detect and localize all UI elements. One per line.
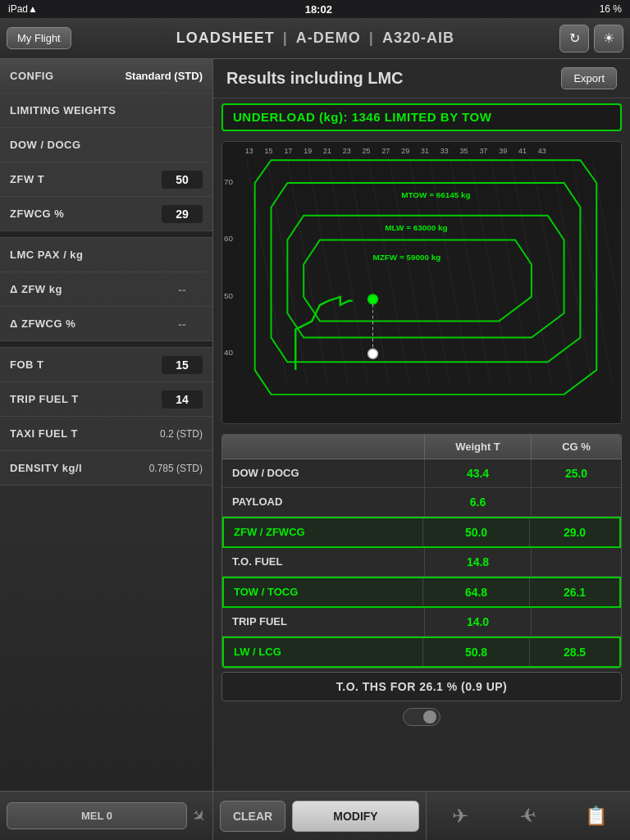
delta-zfw-value: --: [162, 281, 203, 299]
sidebar: CONFIG Standard (STD) LIMITING WEIGHTS D…: [0, 59, 213, 791]
bottom-bar: MEL 0 ✈ CLEAR MODIFY ✈ ✈ 📋: [0, 791, 630, 840]
svg-text:21: 21: [323, 147, 331, 155]
takeoff-icon: ✈: [452, 805, 468, 828]
svg-text:41: 41: [518, 147, 527, 155]
svg-text:29: 29: [401, 147, 409, 155]
row-weight-4: 64.8: [422, 578, 529, 606]
trip-fuel-value: 14: [162, 390, 203, 409]
sidebar-filler: [0, 486, 212, 791]
mzfw-label: MZFW = 59000 kg: [372, 253, 441, 262]
table-row[interactable]: T.O. FUEL 14.8: [222, 548, 621, 577]
row-weight-6: 50.8: [422, 638, 529, 666]
zfw-label: ZFW T: [10, 173, 44, 185]
modify-button[interactable]: MODIFY: [292, 801, 419, 832]
plane-icon: ✈: [187, 804, 211, 828]
brightness-button[interactable]: ☀: [594, 25, 623, 52]
delta-zfwcg-row[interactable]: Δ ZFWCG % --: [0, 307, 212, 341]
zfwcg-row[interactable]: ZFWCG % 29: [0, 197, 212, 231]
row-cg-1: [531, 488, 621, 516]
delta-zfwcg-label: Δ ZFWCG %: [10, 317, 75, 330]
sidebar-gap2: [0, 341, 212, 348]
clear-button[interactable]: CLEAR: [220, 801, 285, 832]
svg-text:15: 15: [265, 147, 273, 155]
row-weight-0: 43.4: [424, 459, 531, 487]
trip-fuel-label: TRIP FUEL T: [10, 393, 79, 405]
svg-text:13: 13: [245, 147, 253, 155]
delta-zfw-label: Δ ZFW kg: [10, 283, 62, 295]
flight-icon-area: ✈: [192, 806, 206, 826]
bottom-left: MEL 0 ✈: [0, 792, 213, 840]
right-panel: Results including LMC Export UNDERLOAD (…: [213, 59, 630, 791]
svg-text:37: 37: [479, 147, 487, 155]
tab-landing[interactable]: ✈: [500, 792, 557, 840]
taxi-fuel-label: TAXI FUEL T: [10, 427, 78, 440]
taxi-fuel-row[interactable]: TAXI FUEL T 0.2 (STD): [0, 417, 212, 451]
table-row[interactable]: ZFW / ZFWCG 50.0 29.0: [222, 517, 621, 548]
fob-row[interactable]: FOB T 15: [0, 348, 212, 382]
toggle-switch[interactable]: [403, 708, 441, 726]
table-row[interactable]: PAYLOAD 6.6: [222, 488, 621, 517]
density-label: DENSITY kg/l: [10, 462, 82, 474]
tab-takeoff[interactable]: ✈: [431, 792, 489, 840]
table-header-cg: CG %: [531, 435, 621, 459]
toggle-row: [213, 705, 630, 729]
landing-icon: ✈: [518, 803, 539, 829]
zfw-value: 50: [162, 171, 203, 189]
row-label-5: TRIP FUEL: [222, 608, 424, 636]
tab-docs[interactable]: 📋: [568, 792, 625, 840]
svg-text:43: 43: [538, 147, 546, 155]
row-cg-6: 28.5: [529, 638, 619, 666]
svg-text:35: 35: [460, 147, 468, 155]
toggle-knob: [423, 710, 436, 724]
table-header-weight: Weight T: [424, 435, 531, 459]
zfw-row[interactable]: ZFW T 50: [0, 162, 212, 197]
row-label-0: DOW / DOCG: [222, 459, 424, 487]
table-row[interactable]: TRIP FUEL 14.0: [222, 608, 621, 637]
refresh-button[interactable]: ↻: [559, 25, 589, 52]
row-weight-5: 14.0: [424, 608, 531, 636]
fob-label: FOB T: [10, 358, 44, 371]
dow-docg-row[interactable]: DOW / DOCG: [0, 128, 212, 162]
row-label-4: TOW / TOCG: [224, 578, 422, 606]
status-time: 18:02: [38, 3, 600, 16]
density-row[interactable]: DENSITY kg/l 0.785 (STD): [0, 451, 212, 486]
bottom-tabs: ✈ ✈ 📋: [427, 792, 630, 840]
limiting-weights-label: LIMITING WEIGHTS: [10, 104, 116, 116]
fob-value: 15: [162, 356, 203, 374]
row-cg-0: 25.0: [531, 459, 621, 487]
trip-fuel-row[interactable]: TRIP FUEL T 14: [0, 382, 212, 417]
table-row[interactable]: LW / LCG 50.8 28.5: [222, 637, 621, 668]
my-flight-button[interactable]: My Flight: [7, 27, 71, 49]
row-label-6: LW / LCG: [224, 638, 422, 666]
svg-text:39: 39: [499, 147, 507, 155]
limiting-weights-row[interactable]: LIMITING WEIGHTS: [0, 94, 212, 128]
delta-zfw-row[interactable]: Δ ZFW kg --: [0, 272, 212, 307]
row-cg-3: [531, 548, 621, 576]
table-header-label: [222, 435, 424, 459]
table-row[interactable]: TOW / TOCG 64.8 26.1: [222, 577, 621, 608]
svg-text:23: 23: [343, 147, 351, 155]
lmc-row[interactable]: LMC PAX / kg: [0, 238, 212, 272]
row-cg-5: [531, 608, 621, 636]
table-header: Weight T CG %: [222, 435, 621, 459]
nav-subtitle1: A-DEMO: [296, 30, 361, 47]
svg-text:60: 60: [224, 234, 234, 243]
nav-title-main: LOADSHEET: [176, 30, 275, 47]
ths-text: T.O. THS FOR 26.1 % (0.9 UP): [336, 680, 508, 693]
dow-docg-label: DOW / DOCG: [10, 139, 81, 151]
svg-text:31: 31: [421, 147, 429, 155]
export-button[interactable]: Export: [561, 67, 617, 89]
svg-text:70: 70: [224, 177, 234, 186]
density-value: 0.785 (STD): [149, 463, 203, 474]
svg-text:25: 25: [363, 147, 371, 155]
mel-button[interactable]: MEL 0: [7, 802, 187, 829]
bottom-actions: CLEAR MODIFY: [213, 792, 427, 840]
table-row[interactable]: DOW / DOCG 43.4 25.0: [222, 459, 621, 488]
results-header: Results including LMC Export: [213, 59, 630, 98]
row-weight-2: 50.0: [422, 518, 529, 546]
mtow-label: MTOW = 66145 kg: [401, 190, 470, 199]
row-label-3: T.O. FUEL: [222, 548, 424, 576]
underload-text: UNDERLOAD (kg): 1346 LIMITED BY TOW: [233, 110, 491, 124]
results-table: Weight T CG % DOW / DOCG 43.4 25.0 PAYLO…: [221, 434, 622, 669]
tow-point: [368, 349, 378, 358]
